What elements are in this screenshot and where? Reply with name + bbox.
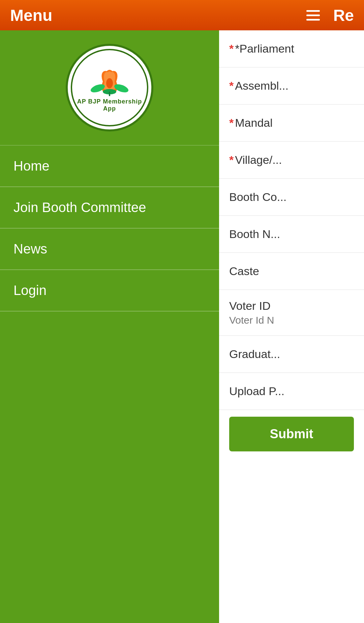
village-label: *Village/... bbox=[229, 153, 354, 167]
re-label: Re bbox=[333, 6, 354, 25]
graduation-field-row: Graduat... bbox=[219, 336, 364, 373]
booth-number-field-row: Booth N... bbox=[219, 216, 364, 253]
nav-items-container: Home Join Booth Committee News Login bbox=[0, 146, 219, 623]
voter-id-input[interactable] bbox=[229, 315, 354, 326]
voter-id-field-row: Voter ID bbox=[219, 290, 364, 336]
booth-number-label: Booth N... bbox=[229, 228, 354, 241]
sidebar-item-login[interactable]: Login bbox=[0, 270, 219, 312]
hamburger-line-2 bbox=[306, 14, 320, 16]
booth-committee-label: Booth Co... bbox=[229, 190, 354, 204]
sidebar-item-join-booth-committee[interactable]: Join Booth Committee bbox=[0, 187, 219, 229]
sidebar-item-home[interactable]: Home bbox=[0, 146, 219, 187]
header-right: Re bbox=[306, 6, 354, 25]
village-required-star: * bbox=[229, 153, 234, 166]
booth-committee-field-row: Booth Co... bbox=[219, 179, 364, 216]
sidebar-item-home-label: Home bbox=[13, 158, 50, 174]
hamburger-line-3 bbox=[306, 19, 320, 21]
caste-field-row: Caste bbox=[219, 253, 364, 290]
sidebar-item-news-label: News bbox=[13, 241, 47, 257]
sidebar-item-news[interactable]: News bbox=[0, 229, 219, 270]
mandal-required-star: * bbox=[229, 116, 234, 129]
assembly-required-star: * bbox=[229, 79, 234, 92]
logo-circle: AP BJP Membership App bbox=[66, 44, 153, 131]
bjp-lotus-icon bbox=[88, 63, 131, 97]
mandal-label: *Mandal bbox=[229, 116, 354, 129]
svg-point-6 bbox=[106, 78, 113, 88]
logo-container: AP BJP Membership App bbox=[0, 30, 219, 146]
assembly-field-row: *Assembl... bbox=[219, 67, 364, 105]
mandal-field-row: *Mandal bbox=[219, 105, 364, 142]
logo-inner: AP BJP Membership App bbox=[71, 49, 148, 126]
upload-photo-label: Upload P... bbox=[229, 385, 354, 398]
registration-form-panel: **Parliament *Assembl... *Mandal *Villag… bbox=[219, 30, 364, 623]
voter-id-label: Voter ID bbox=[229, 299, 354, 313]
logo-text: AP BJP Membership App bbox=[72, 98, 147, 112]
hamburger-icon[interactable] bbox=[306, 7, 323, 24]
sidebar-drawer: AP BJP Membership App Home Join Booth Co… bbox=[0, 30, 219, 623]
menu-title: Menu bbox=[10, 6, 52, 25]
submit-button[interactable]: Submit bbox=[229, 417, 354, 451]
village-field-row: *Village/... bbox=[219, 142, 364, 179]
caste-label: Caste bbox=[229, 265, 354, 278]
parliament-required-star: * bbox=[229, 42, 234, 55]
sidebar-item-login-label: Login bbox=[13, 283, 47, 298]
assembly-label: *Assembl... bbox=[229, 79, 354, 92]
graduation-label: Graduat... bbox=[229, 348, 354, 361]
sidebar-item-join-booth-label: Join Booth Committee bbox=[13, 200, 146, 215]
hamburger-line-1 bbox=[306, 10, 320, 12]
parliament-field-row: **Parliament bbox=[219, 30, 364, 67]
app-header: Menu Re bbox=[0, 0, 364, 30]
parliament-label: **Parliament bbox=[229, 42, 354, 55]
upload-photo-field-row: Upload P... bbox=[219, 373, 364, 410]
